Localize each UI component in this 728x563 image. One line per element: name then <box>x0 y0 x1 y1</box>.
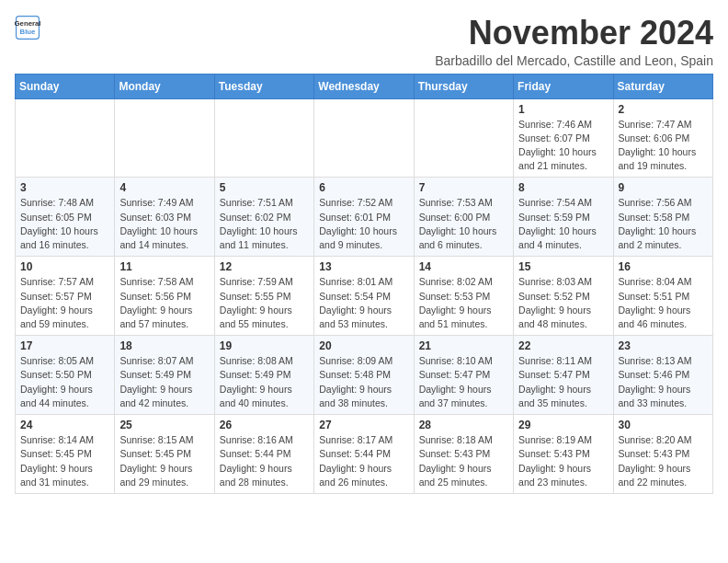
day-number: 22 <box>518 339 608 352</box>
day-number: 2 <box>619 103 708 116</box>
day-number: 8 <box>518 181 608 194</box>
weekday-header-tuesday: Tuesday <box>214 74 313 98</box>
day-number: 17 <box>20 339 109 352</box>
calendar-cell: 9Sunrise: 7:56 AMSunset: 5:58 PMDaylight… <box>613 178 712 257</box>
calendar-cell <box>314 98 414 178</box>
day-number: 28 <box>419 419 508 431</box>
weekday-header-row: SundayMondayTuesdayWednesdayThursdayFrid… <box>16 74 713 98</box>
day-number: 4 <box>119 181 209 194</box>
day-info: Sunrise: 7:56 AMSunset: 5:58 PMDaylight:… <box>619 196 708 252</box>
calendar-cell: 10Sunrise: 7:57 AMSunset: 5:57 PMDayligh… <box>16 257 115 336</box>
calendar-cell: 17Sunrise: 8:05 AMSunset: 5:50 PMDayligh… <box>16 336 115 415</box>
calendar-cell: 3Sunrise: 7:48 AMSunset: 6:05 PMDaylight… <box>16 178 115 257</box>
day-info: Sunrise: 8:03 AMSunset: 5:52 PMDaylight:… <box>518 275 608 331</box>
day-info: Sunrise: 8:04 AMSunset: 5:51 PMDaylight:… <box>619 275 708 331</box>
day-number: 26 <box>220 419 309 431</box>
day-info: Sunrise: 8:05 AMSunset: 5:50 PMDaylight:… <box>20 354 109 410</box>
day-info: Sunrise: 8:10 AMSunset: 5:47 PMDaylight:… <box>419 354 508 410</box>
day-number: 9 <box>619 181 708 194</box>
day-number: 25 <box>119 419 209 431</box>
day-number: 15 <box>518 260 608 273</box>
day-info: Sunrise: 8:08 AMSunset: 5:49 PMDaylight:… <box>220 354 309 410</box>
day-info: Sunrise: 8:18 AMSunset: 5:43 PMDaylight:… <box>419 433 508 489</box>
day-number: 1 <box>518 103 608 116</box>
weekday-header-thursday: Thursday <box>414 74 513 98</box>
day-number: 23 <box>619 339 708 352</box>
weekday-header-friday: Friday <box>514 74 613 98</box>
day-info: Sunrise: 8:02 AMSunset: 5:53 PMDaylight:… <box>419 275 508 331</box>
day-info: Sunrise: 7:47 AMSunset: 6:06 PMDaylight:… <box>619 118 708 174</box>
calendar-cell: 20Sunrise: 8:09 AMSunset: 5:48 PMDayligh… <box>314 336 414 415</box>
day-info: Sunrise: 7:58 AMSunset: 5:56 PMDaylight:… <box>119 275 209 331</box>
location-subtitle: Barbadillo del Mercado, Castille and Leo… <box>435 53 713 68</box>
day-number: 30 <box>619 419 708 431</box>
day-info: Sunrise: 8:15 AMSunset: 5:45 PMDaylight:… <box>119 433 209 489</box>
week-row-5: 24Sunrise: 8:14 AMSunset: 5:45 PMDayligh… <box>16 415 713 494</box>
calendar-cell: 21Sunrise: 8:10 AMSunset: 5:47 PMDayligh… <box>414 336 513 415</box>
day-info: Sunrise: 8:09 AMSunset: 5:48 PMDaylight:… <box>319 354 408 410</box>
calendar-cell: 5Sunrise: 7:51 AMSunset: 6:02 PMDaylight… <box>214 178 313 257</box>
calendar-cell: 14Sunrise: 8:02 AMSunset: 5:53 PMDayligh… <box>414 257 513 336</box>
day-info: Sunrise: 7:52 AMSunset: 6:01 PMDaylight:… <box>319 196 408 252</box>
calendar-cell: 22Sunrise: 8:11 AMSunset: 5:47 PMDayligh… <box>514 336 613 415</box>
calendar-cell: 24Sunrise: 8:14 AMSunset: 5:45 PMDayligh… <box>16 415 115 494</box>
day-info: Sunrise: 7:57 AMSunset: 5:57 PMDaylight:… <box>20 275 109 331</box>
calendar-cell: 6Sunrise: 7:52 AMSunset: 6:01 PMDaylight… <box>314 178 414 257</box>
day-number: 16 <box>619 260 708 273</box>
calendar-cell: 29Sunrise: 8:19 AMSunset: 5:43 PMDayligh… <box>514 415 613 494</box>
calendar-cell: 23Sunrise: 8:13 AMSunset: 5:46 PMDayligh… <box>613 336 712 415</box>
calendar-cell <box>115 98 214 178</box>
week-row-1: 1Sunrise: 7:46 AMSunset: 6:07 PMDaylight… <box>16 98 713 178</box>
day-number: 14 <box>419 260 508 273</box>
week-row-3: 10Sunrise: 7:57 AMSunset: 5:57 PMDayligh… <box>16 257 713 336</box>
day-info: Sunrise: 8:20 AMSunset: 5:43 PMDaylight:… <box>619 433 708 489</box>
day-number: 5 <box>220 181 309 194</box>
svg-text:Blue: Blue <box>20 28 37 36</box>
day-number: 7 <box>419 181 508 194</box>
calendar-cell: 26Sunrise: 8:16 AMSunset: 5:44 PMDayligh… <box>214 415 313 494</box>
day-info: Sunrise: 7:48 AMSunset: 6:05 PMDaylight:… <box>20 196 109 252</box>
day-info: Sunrise: 7:53 AMSunset: 6:00 PMDaylight:… <box>419 196 508 252</box>
day-number: 6 <box>319 181 408 194</box>
calendar-cell: 7Sunrise: 7:53 AMSunset: 6:00 PMDaylight… <box>414 178 513 257</box>
day-info: Sunrise: 7:59 AMSunset: 5:55 PMDaylight:… <box>220 275 309 331</box>
calendar-cell: 1Sunrise: 7:46 AMSunset: 6:07 PMDaylight… <box>514 98 613 178</box>
day-number: 11 <box>119 260 209 273</box>
day-info: Sunrise: 8:16 AMSunset: 5:44 PMDaylight:… <box>220 433 309 489</box>
page-header: General Blue November 2024 Barbadillo de… <box>15 15 713 68</box>
weekday-header-wednesday: Wednesday <box>314 74 414 98</box>
calendar-cell: 11Sunrise: 7:58 AMSunset: 5:56 PMDayligh… <box>115 257 214 336</box>
title-section: November 2024 Barbadillo del Mercado, Ca… <box>435 15 713 68</box>
calendar-cell: 8Sunrise: 7:54 AMSunset: 5:59 PMDaylight… <box>514 178 613 257</box>
calendar-cell: 4Sunrise: 7:49 AMSunset: 6:03 PMDaylight… <box>115 178 214 257</box>
month-title: November 2024 <box>435 15 713 52</box>
calendar-cell: 27Sunrise: 8:17 AMSunset: 5:44 PMDayligh… <box>314 415 414 494</box>
day-number: 19 <box>220 339 309 352</box>
calendar-cell <box>214 98 313 178</box>
calendar-cell: 16Sunrise: 8:04 AMSunset: 5:51 PMDayligh… <box>613 257 712 336</box>
day-number: 10 <box>20 260 109 273</box>
calendar-cell: 18Sunrise: 8:07 AMSunset: 5:49 PMDayligh… <box>115 336 214 415</box>
day-number: 13 <box>319 260 408 273</box>
day-info: Sunrise: 8:19 AMSunset: 5:43 PMDaylight:… <box>518 433 608 489</box>
day-info: Sunrise: 8:11 AMSunset: 5:47 PMDaylight:… <box>518 354 608 410</box>
day-info: Sunrise: 7:51 AMSunset: 6:02 PMDaylight:… <box>220 196 309 252</box>
day-info: Sunrise: 8:14 AMSunset: 5:45 PMDaylight:… <box>20 433 109 489</box>
day-number: 20 <box>319 339 408 352</box>
week-row-2: 3Sunrise: 7:48 AMSunset: 6:05 PMDaylight… <box>16 178 713 257</box>
day-number: 24 <box>20 419 109 431</box>
calendar-table: SundayMondayTuesdayWednesdayThursdayFrid… <box>15 74 713 494</box>
weekday-header-saturday: Saturday <box>613 74 712 98</box>
day-number: 3 <box>20 181 109 194</box>
day-info: Sunrise: 8:01 AMSunset: 5:54 PMDaylight:… <box>319 275 408 331</box>
day-info: Sunrise: 7:46 AMSunset: 6:07 PMDaylight:… <box>518 118 608 174</box>
calendar-cell: 15Sunrise: 8:03 AMSunset: 5:52 PMDayligh… <box>514 257 613 336</box>
day-number: 18 <box>119 339 209 352</box>
day-number: 27 <box>319 419 408 431</box>
calendar-cell: 13Sunrise: 8:01 AMSunset: 5:54 PMDayligh… <box>314 257 414 336</box>
weekday-header-monday: Monday <box>115 74 214 98</box>
logo: General Blue <box>15 15 40 40</box>
day-number: 21 <box>419 339 508 352</box>
calendar-cell: 2Sunrise: 7:47 AMSunset: 6:06 PMDaylight… <box>613 98 712 178</box>
day-number: 12 <box>220 260 309 273</box>
